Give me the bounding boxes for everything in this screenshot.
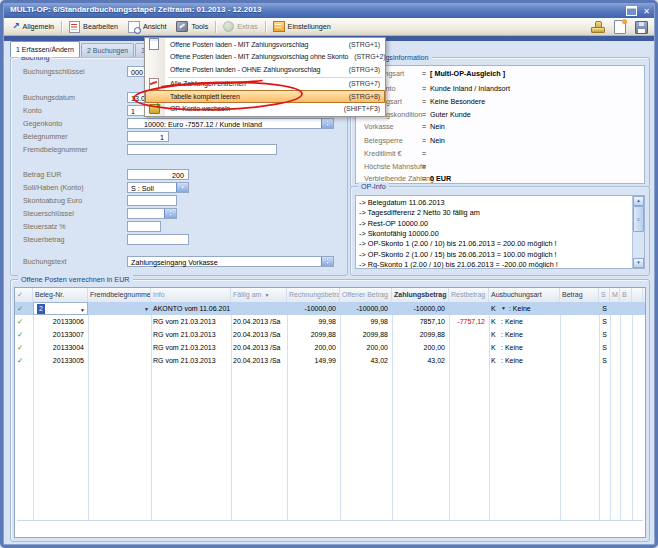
menu-item-offene-posten-laden-mit-zahlungsvorschlag-ohne-skonto[interactable]: Offene Posten laden - MIT Zahlungsvorsch… (145, 51, 385, 64)
scroll-up-icon[interactable]: ▲ (633, 196, 644, 206)
menu-item-offene-posten-laden-mit-zahlungsvorschlag[interactable]: Offene Posten laden - MIT Zahlungsvorsch… (145, 38, 385, 51)
combo-spin-button[interactable]: ▲▼ (321, 257, 333, 266)
tab-buchungen[interactable]: 2 Buchungen (81, 43, 134, 57)
column-header-fremd[interactable]: Fremdbelegnummer (88, 288, 151, 302)
cell-check[interactable]: ✓ (15, 328, 33, 341)
switch-icon (149, 104, 160, 114)
menu-item-offene-posten-landen-ohne-zahlungsvorschlag[interactable]: Offene Posten landen - OHNE Zahlungsvors… (145, 63, 385, 76)
menu-item-label: Offene Posten landen - OHNE Zahlungsvors… (170, 66, 320, 73)
cell-b[interactable] (620, 302, 632, 315)
column-header-m[interactable]: M (610, 288, 620, 302)
tab-erfassen-aendern[interactable]: 1 Erfassen/Ändern (10, 41, 80, 57)
field-gegenkonto[interactable]: 10000: Euro -7557.12 / Kunde Inland▲▼ (127, 118, 334, 129)
table-row[interactable]: ✓2▼▼AKONTO vom 11.06.201-10000,00-10000,… (15, 302, 645, 315)
cell-beleg[interactable]: 2▼ (33, 302, 88, 315)
dropdown-button[interactable]: ▼ (176, 183, 188, 192)
column-header-b[interactable]: B (620, 288, 632, 302)
cell-offen[interactable]: -10000,00 (340, 302, 392, 315)
cell-b (620, 328, 632, 341)
column-header-betrag[interactable]: Betrag (560, 288, 599, 302)
menu-item-op-konto-wechseln[interactable]: OP-Konto wechseln(SHIFT+F3) (145, 103, 385, 116)
cell-betrag[interactable] (560, 302, 599, 315)
save-icon[interactable] (635, 21, 648, 34)
column-header-faellig[interactable]: Fällig am▼ (231, 288, 287, 302)
column-header-label: Rechnungsbetrag (289, 291, 340, 298)
table-row[interactable]: ✓20133005RG vom 21.03.201320.04.2013 /Sa… (15, 354, 645, 367)
title-bar[interactable]: MULTI-OP: 6/Standardbuchungsstapel Zeitr… (3, 3, 655, 18)
menu-allgemein[interactable]: ↗ Allgemein (7, 19, 59, 34)
menu-item-tabelle-komplett-leeren[interactable]: Tabelle komplett leeren(STRG+8) (145, 90, 385, 103)
menu-einstellungen[interactable]: Einstellungen (268, 19, 336, 34)
cell-faellig[interactable] (231, 302, 287, 315)
info-value-zahlungsart: Keine Besondere (430, 97, 485, 106)
cell-m (610, 315, 620, 328)
cell-zahlung: 43,02 (392, 354, 449, 367)
cell-check[interactable]: ✓ (15, 341, 33, 354)
field-betrag-eur[interactable]: 200 (127, 169, 189, 180)
cell-check[interactable]: ✓ (15, 315, 33, 328)
field-steuerbetrag[interactable] (127, 234, 189, 245)
cell-s[interactable]: S (599, 302, 610, 315)
column-header-rechnung[interactable]: Rechnungsbetrag (287, 288, 340, 302)
cell-rest (449, 354, 489, 367)
field-soll-haben-konto[interactable]: S : Soll▼ (127, 182, 189, 193)
column-header-rest[interactable]: Restbetrag (449, 288, 489, 302)
menu-allgemein-label: Allgemein (23, 22, 55, 31)
column-header-s[interactable]: S (599, 288, 610, 302)
cell-check[interactable]: ✓ (15, 302, 33, 315)
extras-icon (223, 21, 234, 32)
field-fremdbelegnummer[interactable] (127, 144, 277, 155)
field-steuersatz[interactable] (127, 221, 161, 232)
menu-item-alle-zahlungen-entfernen[interactable]: Alle Zahlungen entfernen(STRG+7) (145, 78, 385, 91)
table-row[interactable]: ✓20133006RG vom 21.03.201320.04.2013 /Sa… (15, 315, 645, 328)
cell-rechnung: 149,99 (287, 354, 340, 367)
cell-check[interactable]: ✓ (15, 354, 33, 367)
menu-bearbeiten[interactable]: Bearbeiten (64, 19, 123, 34)
field-skontoabzug-euro[interactable] (127, 195, 177, 206)
cell-zahlung[interactable]: -10000,00 (392, 302, 449, 315)
cell-rechnung[interactable]: -10000,00 (287, 302, 340, 315)
down-arrow-icon: ▼ (326, 124, 330, 128)
column-header-filler (632, 288, 643, 302)
column-header-check[interactable]: ✓ (15, 288, 33, 302)
stamp-icon[interactable] (591, 21, 605, 33)
restore-icon[interactable] (626, 6, 637, 16)
cell-m (610, 328, 620, 341)
ausbuchung-value: : Keine (501, 341, 523, 354)
menu-bar: ↗ Allgemein Bearbeiten Ansicht Tools Ext… (3, 18, 655, 36)
cell-ausbuchung: K: Keine (489, 341, 560, 354)
buchungsinformation-box: Buchungsart=[ Multi-OP-Ausgleich ]OP-Kon… (355, 65, 645, 184)
cell-rest[interactable] (449, 302, 489, 315)
close-icon[interactable]: ✕ (643, 7, 650, 16)
op-info-scrollbar[interactable]: ▲ ≡ ▼ (632, 196, 644, 268)
column-header-label: Beleg-Nr. (35, 291, 64, 298)
table-row[interactable]: ✓20133004RG vom 21.03.201320.04.2013 /Sa… (15, 341, 645, 354)
column-header-beleg[interactable]: Beleg-Nr. (33, 288, 88, 302)
field-buchungstext[interactable]: Zahlungseingang Vorkasse▲▼ (127, 256, 334, 267)
column-header-info[interactable]: Info (151, 288, 231, 302)
table-header-row: ✓Beleg-Nr.FremdbelegnummerInfoFällig am▼… (15, 288, 645, 303)
cell-betrag (560, 315, 599, 328)
cell-m[interactable] (610, 302, 620, 315)
cell-rest (449, 328, 489, 341)
document-icon (149, 38, 159, 50)
new-document-icon[interactable] (614, 20, 626, 34)
column-header-label: Fremdbelegnummer (90, 291, 151, 298)
cell-info[interactable]: AKONTO vom 11.06.201 (151, 302, 231, 315)
menu-tools[interactable]: Tools (171, 19, 213, 34)
combo-spin-button[interactable]: ▲▼ (164, 209, 176, 218)
field-steuerschl-ssel[interactable]: ▲▼ (127, 208, 177, 219)
field-label-soll-haben-konto: Soll/Haben (Konto) (23, 182, 125, 193)
column-header-offen[interactable]: Offener Betrag (340, 288, 392, 302)
cell-fremd[interactable]: ▼ (88, 302, 151, 315)
cell-ausbuchung[interactable]: K▼: Keine (489, 302, 560, 315)
scroll-down-icon[interactable]: ▼ (633, 258, 644, 268)
column-header-zahlung[interactable]: Zahlungsbetrag (392, 288, 449, 302)
menu-ansicht[interactable]: Ansicht (123, 19, 172, 34)
table-row[interactable]: ✓20133007RG vom 21.03.201320.04.2013 /Sa… (15, 328, 645, 341)
cell-rechnung: 200,00 (287, 341, 340, 354)
scrollbar-thumb[interactable]: ≡ (633, 206, 644, 232)
field-belegnummer[interactable]: 1 (127, 131, 169, 142)
column-header-ausbuchung[interactable]: Ausbuchungsart (489, 288, 560, 302)
combo-spin-button[interactable]: ▲▼ (321, 119, 333, 128)
